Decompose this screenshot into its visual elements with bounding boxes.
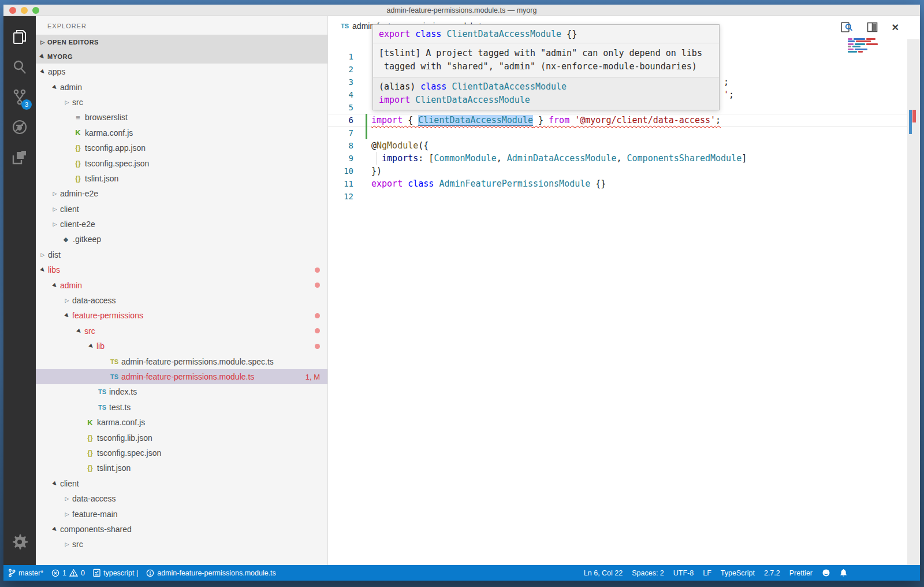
overview-ruler[interactable] [907,39,920,565]
hover-alias-info: (alias) class ClientDataAccessModuleimpo… [373,77,719,110]
tree-folder-feature-main[interactable]: ▷feature-main [36,506,327,521]
tree-folder-src[interactable]: ▷src [36,95,327,110]
tree-folder-src[interactable]: ▷src [36,537,327,552]
code-line-7[interactable]: 7 [328,127,907,139]
tree-item-label: client [60,205,79,214]
tree-file-tsconfig.app.json[interactable]: {}tsconfig.app.json [36,140,327,155]
code-text: }) [371,165,382,177]
status-problems[interactable]: 10 [51,569,85,577]
twisty-expanded-icon: ▶ [87,343,96,349]
tree-folder-dist[interactable]: ▷dist [36,247,327,262]
minimap[interactable] [848,38,886,53]
tree-file-tslint.json[interactable]: {}tslint.json [36,460,327,475]
status-linter-status[interactable]: typescript | [93,569,138,577]
line-number: 10 [328,165,353,177]
infobang-icon [146,569,154,577]
open-preview-button[interactable] [840,21,853,33]
tree-file-admin-feature-permissions.module.spec.ts[interactable]: TSadmin-feature-permissions.module.spec.… [36,354,327,369]
modified-gutter-indicator [366,127,367,139]
code-line-8[interactable]: 8@NgModule({ [328,139,907,152]
warning-icon [69,569,78,577]
close-window-button[interactable] [9,7,16,14]
status-language-mode[interactable]: TypeScript [721,569,755,577]
status-notifications[interactable] [840,569,847,577]
tree-folder-client[interactable]: ▷client [36,202,327,217]
tree-folder-data-access[interactable]: ▷data-access [36,491,327,506]
code-line-6[interactable]: 6import { ClientDataAccessModule } from … [328,114,907,127]
activitybar-manage[interactable] [6,527,33,557]
tree-file-tsconfig.spec.json[interactable]: {}tsconfig.spec.json [36,445,327,460]
line-number: 7 [328,127,353,139]
title-bar[interactable]: admin-feature-permissions.module.ts — my… [3,5,920,16]
tree-item-label: index.ts [109,387,137,396]
ts-spec-file-icon: TS [108,358,121,365]
minimize-window-button[interactable] [21,7,28,14]
twisty-collapsed-icon: ▷ [50,191,59,196]
error-dot-icon [315,344,320,349]
tree-folder-client-e2e[interactable]: ▷client-e2e [36,217,327,232]
code-line-9[interactable]: 9 imports: [CommonModule, AdminDataAcces… [328,152,907,165]
code-line-10[interactable]: 10}) [328,165,907,177]
code-line-12[interactable]: 12 [328,190,907,203]
status-ts-version[interactable]: 2.7.2 [764,569,780,577]
activitybar-source-control[interactable]: 3 [6,82,33,112]
tree-file-index.ts[interactable]: TSindex.ts [36,384,327,399]
json-file-icon: {} [72,159,84,168]
tree-folder-apps[interactable]: ▶apps [36,64,327,79]
tree-file-.gitkeep[interactable]: ◆.gitkeep [36,232,327,247]
tree-item-label: browserslist [85,113,128,122]
activitybar-debug[interactable] [6,112,33,142]
tree-file-admin-feature-permissions.module.ts[interactable]: TSadmin-feature-permissions.module.ts1, … [36,369,327,384]
twisty-expanded-icon: ▶ [50,481,59,486]
tree-folder-client[interactable]: ▶client [36,476,327,491]
activitybar-explorer[interactable] [6,22,33,52]
ruler-modified-marker [909,110,912,134]
karma-file-icon: K [72,128,84,137]
status-feedback[interactable] [822,569,830,577]
status-eol[interactable]: LF [703,569,711,577]
error-dot-icon [315,268,320,273]
tree-folder-admin[interactable]: ▶admin [36,79,327,94]
line-number: 1 [328,50,353,63]
tree-item-label: tsconfig.lib.json [97,433,152,443]
status-formatter[interactable]: Prettier [789,569,813,577]
tree-folder-lib[interactable]: ▶lib [36,339,327,354]
status-active-file-problem[interactable]: admin-feature-permissions.module.ts [146,569,276,577]
tree-folder-admin-e2e[interactable]: ▷admin-e2e [36,186,327,201]
line-number: 8 [328,139,353,152]
status-encoding[interactable]: UTF-8 [673,569,694,577]
section-workspace[interactable]: ▶ MYORG [36,49,327,64]
tree-file-karma.conf.js[interactable]: Kkarma.conf.js [36,415,327,430]
tree-folder-admin[interactable]: ▶admin [36,277,327,292]
tree-file-tslint.json[interactable]: {}tslint.json [36,171,327,186]
section-open-editors[interactable]: ▷ OPEN EDITORS [36,35,327,49]
json-file-icon: {} [72,174,84,183]
status-git-branch[interactable]: master* [8,569,43,577]
tree-folder-data-access[interactable]: ▷data-access [36,293,327,308]
gear-icon [12,534,28,550]
tree-folder-src[interactable]: ▶src [36,324,327,339]
tree-file-karma.conf.js[interactable]: Kkarma.conf.js [36,125,327,140]
activitybar-search[interactable] [6,52,33,82]
tree-file-tsconfig.spec.json[interactable]: {}tsconfig.spec.json [36,155,327,170]
tree-folder-libs[interactable]: ▶libs [36,262,327,277]
code-line-11[interactable]: 11export class AdminFeaturePermissionsMo… [328,177,907,190]
ts-file-icon: TS [96,388,109,395]
tree-file-browserslist[interactable]: ≡browserslist [36,110,327,125]
tree-folder-components-shared[interactable]: ▶components-shared [36,522,327,537]
activitybar-extensions[interactable] [6,142,33,172]
split-editor-button[interactable] [867,22,878,32]
tree-item-label: client [60,479,79,488]
close-editor-button[interactable]: ✕ [892,22,899,33]
code-area[interactable]: 123;4';56import { ClientDataAccessModule… [328,36,907,565]
zoom-window-button[interactable] [32,7,39,14]
tree-folder-feature-permissions[interactable]: ▶feature-permissions [36,308,327,323]
status-indentation[interactable]: Spaces: 2 [632,569,664,577]
error-dot-icon [315,283,320,288]
twisty-expanded-icon: ▶ [50,84,59,90]
json-file-icon: {} [84,434,96,442]
status-cursor-position[interactable]: Ln 6, Col 22 [584,569,623,577]
scm-changes-badge: 3 [21,99,32,110]
tree-file-tsconfig.lib.json[interactable]: {}tsconfig.lib.json [36,430,327,445]
tree-file-test.ts[interactable]: TStest.ts [36,400,327,415]
